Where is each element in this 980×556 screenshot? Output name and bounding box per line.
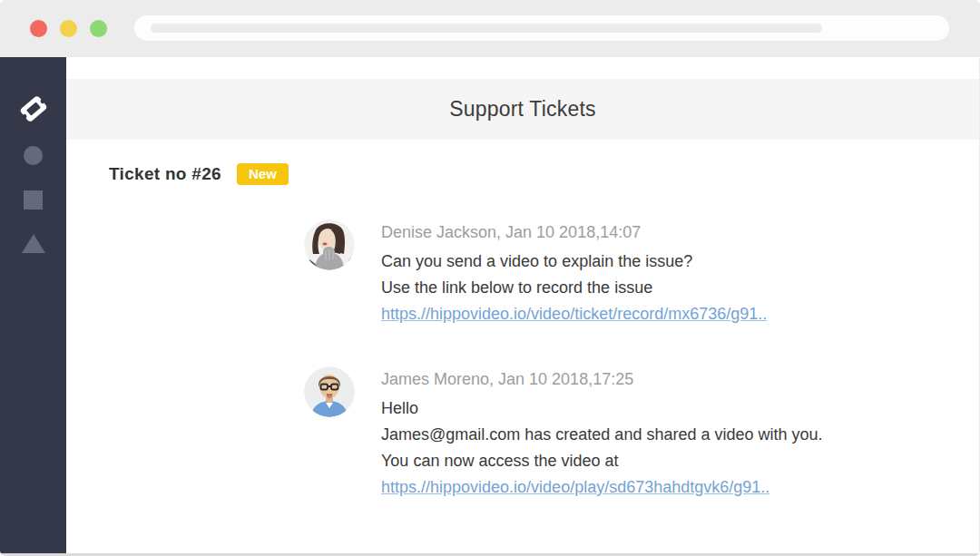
sidebar-item-triangle[interactable] — [0, 225, 66, 261]
message-denise: Denise Jackson, Jan 10 2018,14:07 Can yo… — [304, 219, 944, 327]
play-video-link[interactable]: https.//hippovideo.io/video/play/sd673ha… — [381, 474, 769, 501]
zoom-window-button[interactable] — [90, 20, 107, 37]
james-avatar — [304, 366, 355, 417]
minimize-window-button[interactable] — [60, 20, 77, 37]
browser-chrome — [0, 0, 980, 57]
main-content: Support Tickets Ticket no #26 New — [66, 57, 979, 556]
address-bar-text-line — [151, 24, 822, 33]
square-icon — [24, 190, 43, 210]
message-text-line: Use the link below to record the issue — [381, 275, 944, 301]
address-bar[interactable] — [134, 15, 949, 41]
denise-avatar — [304, 219, 355, 270]
message-body: Denise Jackson, Jan 10 2018,14:07 Can yo… — [381, 219, 944, 327]
sidebar-item-tickets[interactable] — [0, 91, 66, 127]
close-window-button[interactable] — [30, 20, 47, 37]
browser-window: Support Tickets Ticket no #26 New — [0, 0, 980, 556]
message-james: James Moreno, Jan 10 2018,17:25 Hello Ja… — [304, 366, 944, 501]
message-body: James Moreno, Jan 10 2018,17:25 Hello Ja… — [381, 366, 944, 501]
ticket-icon — [17, 93, 48, 123]
page-header: Support Tickets — [66, 79, 979, 140]
circle-icon — [24, 146, 43, 165]
sidebar-item-circle[interactable] — [0, 137, 66, 173]
ticket-title: Ticket no #26 — [109, 164, 221, 184]
page-title: Support Tickets — [449, 97, 596, 122]
ticket-header: Ticket no #26 New — [109, 163, 289, 185]
message-text-line: Hello — [381, 395, 944, 422]
message-author-timestamp: Denise Jackson, Jan 10 2018,14:07 — [381, 221, 944, 243]
sidebar — [0, 57, 66, 553]
sidebar-item-square[interactable] — [0, 181, 66, 218]
message-text-line: You can now access the video at — [381, 448, 944, 474]
triangle-icon — [22, 234, 45, 253]
message-text-line: Can you send a video to explain the issu… — [381, 249, 944, 275]
message-author-timestamp: James Moreno, Jan 10 2018,17:25 — [381, 368, 944, 390]
record-video-link[interactable]: https.//hippovideo.io/video/ticket/recor… — [381, 301, 767, 327]
message-text-line: James@gmail.com has created and shared a… — [381, 422, 944, 448]
new-status-badge: New — [237, 163, 289, 185]
